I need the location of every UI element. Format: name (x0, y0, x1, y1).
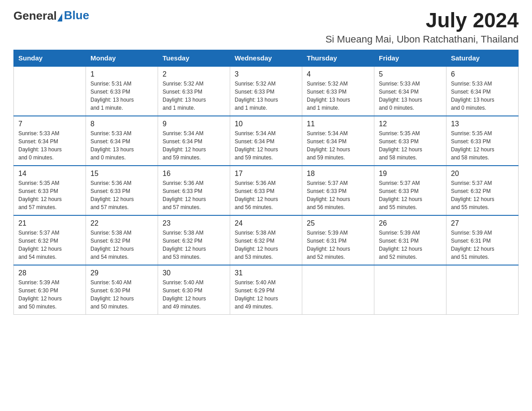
logo-general: General (13, 9, 57, 23)
calendar-day-25: 25Sunrise: 5:39 AM Sunset: 6:31 PM Dayli… (302, 215, 374, 265)
day-number: 9 (163, 120, 225, 128)
calendar-day-4: 4Sunrise: 5:32 AM Sunset: 6:33 PM Daylig… (302, 66, 374, 116)
calendar-day-23: 23Sunrise: 5:38 AM Sunset: 6:32 PM Dayli… (158, 215, 230, 265)
day-info: Sunrise: 5:40 AM Sunset: 6:30 PM Dayligh… (90, 278, 153, 311)
day-number: 7 (18, 120, 81, 128)
calendar-day-21: 21Sunrise: 5:37 AM Sunset: 6:32 PM Dayli… (14, 215, 86, 265)
day-info: Sunrise: 5:32 AM Sunset: 6:33 PM Dayligh… (307, 80, 369, 112)
calendar-day-7: 7Sunrise: 5:33 AM Sunset: 6:34 PM Daylig… (14, 116, 86, 166)
page-header: General Blue July 2024 Si Mueang Mai, Ub… (13, 9, 519, 45)
day-number: 4 (307, 70, 369, 78)
day-number: 2 (163, 70, 225, 78)
day-number: 3 (235, 70, 297, 78)
day-info: Sunrise: 5:36 AM Sunset: 6:33 PM Dayligh… (235, 179, 297, 211)
calendar-week-row: 28Sunrise: 5:39 AM Sunset: 6:30 PM Dayli… (14, 265, 519, 315)
day-number: 12 (379, 120, 442, 128)
location-subtitle: Si Mueang Mai, Ubon Ratchathani, Thailan… (326, 34, 519, 45)
calendar-day-18: 18Sunrise: 5:37 AM Sunset: 6:33 PM Dayli… (302, 166, 374, 215)
logo-blue: Blue (64, 9, 89, 21)
day-number: 13 (451, 120, 514, 128)
title-block: July 2024 Si Mueang Mai, Ubon Ratchathan… (326, 9, 519, 45)
day-number: 5 (379, 70, 442, 78)
day-number: 26 (379, 219, 442, 227)
header-monday: Monday (86, 50, 158, 66)
day-number: 8 (90, 120, 153, 128)
day-number: 22 (90, 219, 153, 227)
day-number: 10 (235, 120, 297, 128)
day-info: Sunrise: 5:36 AM Sunset: 6:33 PM Dayligh… (163, 179, 225, 211)
day-info: Sunrise: 5:37 AM Sunset: 6:32 PM Dayligh… (18, 229, 81, 261)
day-info: Sunrise: 5:31 AM Sunset: 6:33 PM Dayligh… (90, 80, 153, 112)
logo-triangle-icon (57, 13, 62, 21)
day-info: Sunrise: 5:39 AM Sunset: 6:31 PM Dayligh… (451, 229, 514, 261)
day-number: 28 (18, 269, 81, 277)
calendar-day-27: 27Sunrise: 5:39 AM Sunset: 6:31 PM Dayli… (446, 215, 519, 265)
header-thursday: Thursday (302, 50, 374, 66)
calendar-day-11: 11Sunrise: 5:34 AM Sunset: 6:34 PM Dayli… (302, 116, 374, 166)
day-number: 24 (235, 219, 297, 227)
calendar-week-row: 1Sunrise: 5:31 AM Sunset: 6:33 PM Daylig… (14, 66, 519, 116)
header-tuesday: Tuesday (158, 50, 230, 66)
day-info: Sunrise: 5:34 AM Sunset: 6:34 PM Dayligh… (235, 129, 297, 162)
calendar-day-5: 5Sunrise: 5:33 AM Sunset: 6:34 PM Daylig… (374, 66, 446, 116)
day-info: Sunrise: 5:33 AM Sunset: 6:34 PM Dayligh… (451, 80, 514, 112)
calendar-day-31: 31Sunrise: 5:40 AM Sunset: 6:29 PM Dayli… (230, 265, 302, 315)
day-number: 19 (379, 170, 442, 178)
calendar-week-row: 7Sunrise: 5:33 AM Sunset: 6:34 PM Daylig… (14, 116, 519, 166)
calendar-day-24: 24Sunrise: 5:38 AM Sunset: 6:32 PM Dayli… (230, 215, 302, 265)
day-number: 16 (163, 170, 225, 178)
day-info: Sunrise: 5:39 AM Sunset: 6:31 PM Dayligh… (307, 229, 369, 261)
day-info: Sunrise: 5:37 AM Sunset: 6:33 PM Dayligh… (307, 179, 369, 211)
day-info: Sunrise: 5:35 AM Sunset: 6:33 PM Dayligh… (379, 129, 442, 162)
calendar-day-28: 28Sunrise: 5:39 AM Sunset: 6:30 PM Dayli… (14, 265, 86, 315)
calendar-empty-cell (302, 265, 374, 315)
calendar-day-26: 26Sunrise: 5:39 AM Sunset: 6:31 PM Dayli… (374, 215, 446, 265)
day-info: Sunrise: 5:38 AM Sunset: 6:32 PM Dayligh… (90, 229, 153, 261)
day-info: Sunrise: 5:40 AM Sunset: 6:30 PM Dayligh… (163, 278, 225, 311)
day-number: 11 (307, 120, 369, 128)
day-number: 1 (90, 70, 153, 78)
day-number: 15 (90, 170, 153, 178)
day-info: Sunrise: 5:39 AM Sunset: 6:30 PM Dayligh… (18, 278, 81, 311)
day-info: Sunrise: 5:35 AM Sunset: 6:33 PM Dayligh… (451, 129, 514, 162)
day-info: Sunrise: 5:34 AM Sunset: 6:34 PM Dayligh… (163, 129, 225, 162)
calendar-empty-cell (374, 265, 446, 315)
header-sunday: Sunday (14, 50, 86, 66)
calendar-day-15: 15Sunrise: 5:36 AM Sunset: 6:33 PM Dayli… (86, 166, 158, 215)
calendar-day-2: 2Sunrise: 5:32 AM Sunset: 6:33 PM Daylig… (158, 66, 230, 116)
day-info: Sunrise: 5:38 AM Sunset: 6:32 PM Dayligh… (235, 229, 297, 261)
month-year-title: July 2024 (326, 9, 519, 32)
calendar-week-row: 14Sunrise: 5:35 AM Sunset: 6:33 PM Dayli… (14, 166, 519, 215)
header-saturday: Saturday (446, 50, 519, 66)
calendar-empty-cell (14, 66, 86, 116)
calendar-table: SundayMondayTuesdayWednesdayThursdayFrid… (13, 50, 519, 315)
day-number: 18 (307, 170, 369, 178)
day-number: 25 (307, 219, 369, 227)
calendar-day-16: 16Sunrise: 5:36 AM Sunset: 6:33 PM Dayli… (158, 166, 230, 215)
calendar-day-19: 19Sunrise: 5:37 AM Sunset: 6:33 PM Dayli… (374, 166, 446, 215)
calendar-day-9: 9Sunrise: 5:34 AM Sunset: 6:34 PM Daylig… (158, 116, 230, 166)
calendar-day-14: 14Sunrise: 5:35 AM Sunset: 6:33 PM Dayli… (14, 166, 86, 215)
day-info: Sunrise: 5:39 AM Sunset: 6:31 PM Dayligh… (379, 229, 442, 261)
day-info: Sunrise: 5:37 AM Sunset: 6:33 PM Dayligh… (379, 179, 442, 211)
day-number: 17 (235, 170, 297, 178)
header-wednesday: Wednesday (230, 50, 302, 66)
calendar-day-1: 1Sunrise: 5:31 AM Sunset: 6:33 PM Daylig… (86, 66, 158, 116)
calendar-day-8: 8Sunrise: 5:33 AM Sunset: 6:34 PM Daylig… (86, 116, 158, 166)
day-number: 31 (235, 269, 297, 277)
calendar-day-6: 6Sunrise: 5:33 AM Sunset: 6:34 PM Daylig… (446, 66, 519, 116)
day-info: Sunrise: 5:33 AM Sunset: 6:34 PM Dayligh… (18, 129, 81, 162)
day-info: Sunrise: 5:32 AM Sunset: 6:33 PM Dayligh… (163, 80, 225, 112)
day-number: 30 (163, 269, 225, 277)
calendar-day-3: 3Sunrise: 5:32 AM Sunset: 6:33 PM Daylig… (230, 66, 302, 116)
day-info: Sunrise: 5:36 AM Sunset: 6:33 PM Dayligh… (90, 179, 153, 211)
day-number: 27 (451, 219, 514, 227)
calendar-day-13: 13Sunrise: 5:35 AM Sunset: 6:33 PM Dayli… (446, 116, 519, 166)
calendar-day-10: 10Sunrise: 5:34 AM Sunset: 6:34 PM Dayli… (230, 116, 302, 166)
calendar-header-row: SundayMondayTuesdayWednesdayThursdayFrid… (14, 50, 519, 66)
day-info: Sunrise: 5:40 AM Sunset: 6:29 PM Dayligh… (235, 278, 297, 311)
header-friday: Friday (374, 50, 446, 66)
calendar-day-12: 12Sunrise: 5:35 AM Sunset: 6:33 PM Dayli… (374, 116, 446, 166)
day-info: Sunrise: 5:33 AM Sunset: 6:34 PM Dayligh… (90, 129, 153, 162)
calendar-day-20: 20Sunrise: 5:37 AM Sunset: 6:32 PM Dayli… (446, 166, 519, 215)
